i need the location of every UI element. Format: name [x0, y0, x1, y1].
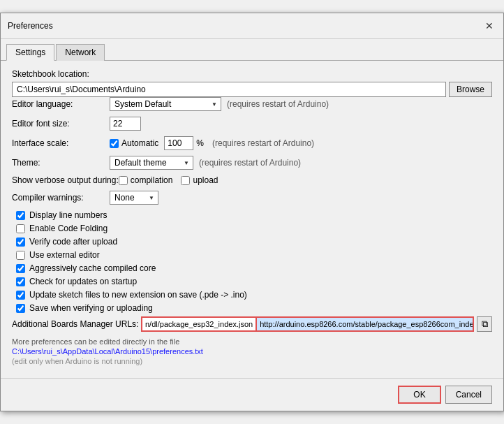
- additional-urls-section: Additional Boards Manager URLs: n/dl/pac…: [12, 316, 492, 332]
- interface-scale-controls: Automatic % (requires restart of Arduino…: [110, 136, 314, 150]
- editor-language-label: Editor language:: [12, 99, 110, 109]
- display-line-numbers-label: Display line numbers: [29, 210, 107, 220]
- window-title: Preferences: [8, 21, 53, 31]
- compiler-warnings-select-wrapper: None Default More All: [110, 191, 158, 205]
- tab-network[interactable]: Network: [56, 44, 105, 61]
- cancel-button[interactable]: Cancel: [445, 386, 492, 404]
- display-line-numbers-checkbox[interactable]: [16, 211, 25, 220]
- sketchbook-label: Sketchbook location:: [12, 69, 492, 79]
- checkboxes-section: Display line numbers Enable Code Folding…: [12, 210, 492, 313]
- aggressively-cache-checkbox[interactable]: [16, 264, 25, 273]
- urls-input-part1[interactable]: n/dl/package_esp32_index.json: [141, 316, 255, 332]
- file-path-note: (edit only when Arduino is not running): [12, 357, 492, 365]
- external-editor-label: Use external editor: [29, 250, 100, 260]
- save-when-verifying-label: Save when verifying or uploading: [29, 303, 153, 313]
- enable-code-folding-label: Enable Code Folding: [29, 224, 108, 233]
- editor-language-select-wrapper: System Default: [110, 97, 221, 111]
- urls-input-part2[interactable]: http://arduino.esp8266.com/stable/packag…: [255, 316, 474, 332]
- checkbox-external-editor: Use external editor: [12, 250, 492, 260]
- check-updates-label: Check for updates on startup: [29, 277, 137, 286]
- percent-label: %: [196, 138, 204, 148]
- compiler-warnings-label: Compiler warnings:: [12, 193, 110, 203]
- settings-content: Sketchbook location: Browse Editor langu…: [1, 61, 503, 374]
- editor-language-hint: (requires restart of Arduino): [227, 99, 329, 109]
- compilation-label: compilation: [131, 175, 173, 185]
- sketchbook-location-section: Sketchbook location: Browse: [12, 69, 492, 97]
- checkbox-update-sketch: Update sketch files to new extension on …: [12, 290, 492, 300]
- additional-urls-label: Additional Boards Manager URLs:: [12, 319, 141, 329]
- verify-code-label: Verify code after upload: [29, 237, 117, 247]
- checkbox-save-when-verifying: Save when verifying or uploading: [12, 303, 492, 313]
- compilation-item: compilation: [119, 175, 173, 185]
- title-bar: Preferences ✕: [1, 13, 503, 39]
- sketchbook-input[interactable]: [12, 82, 446, 97]
- aggressively-cache-label: Aggressively cache compiled core: [29, 263, 156, 273]
- theme-select-wrapper: Default theme: [110, 156, 193, 170]
- upload-item: upload: [181, 175, 218, 185]
- checkbox-enable-code-folding: Enable Code Folding: [12, 224, 492, 233]
- editor-language-row: Editor language: System Default (require…: [12, 97, 492, 111]
- verbose-label: Show verbose output during:: [12, 175, 119, 185]
- file-path-section: More preferences can be edited directly …: [12, 337, 492, 365]
- editor-language-select[interactable]: System Default: [110, 97, 221, 111]
- theme-label: Theme:: [12, 158, 110, 168]
- update-sketch-label: Update sketch files to new extension on …: [29, 290, 247, 300]
- interface-scale-label: Interface scale:: [12, 138, 110, 148]
- scale-input[interactable]: [164, 136, 193, 150]
- editor-font-size-label: Editor font size:: [12, 119, 110, 129]
- interface-scale-row: Interface scale: Automatic % (requires r…: [12, 136, 492, 150]
- automatic-checkbox[interactable]: [110, 139, 119, 148]
- checkbox-check-updates: Check for updates on startup: [12, 277, 492, 286]
- preferences-window: Preferences ✕ Settings Network Sketchboo…: [0, 13, 504, 411]
- compilation-checkbox[interactable]: [119, 176, 128, 185]
- verbose-row: Show verbose output during: compilation …: [12, 175, 492, 185]
- editor-font-size-row: Editor font size:: [12, 117, 492, 131]
- footer: OK Cancel: [1, 378, 503, 411]
- editor-font-size-input[interactable]: [110, 117, 141, 131]
- tabs-bar: Settings Network: [1, 39, 503, 61]
- ok-button[interactable]: OK: [398, 386, 440, 404]
- automatic-label: Automatic: [121, 138, 158, 148]
- save-when-verifying-checkbox[interactable]: [16, 304, 25, 313]
- update-sketch-checkbox[interactable]: [16, 291, 25, 300]
- compiler-warnings-select[interactable]: None Default More All: [110, 191, 158, 205]
- upload-label: upload: [193, 175, 218, 185]
- sketchbook-input-row: Browse: [12, 82, 492, 97]
- close-button[interactable]: ✕: [482, 19, 496, 33]
- browse-button[interactable]: Browse: [449, 82, 492, 97]
- file-path-hint: More preferences can be edited directly …: [12, 337, 492, 346]
- theme-hint: (requires restart of Arduino): [199, 158, 301, 168]
- theme-row: Theme: Default theme (requires restart o…: [12, 156, 492, 170]
- checkbox-verify-code: Verify code after upload: [12, 237, 492, 247]
- verbose-controls: compilation upload: [119, 175, 227, 185]
- tab-settings[interactable]: Settings: [6, 44, 54, 61]
- check-updates-checkbox[interactable]: [16, 277, 25, 286]
- enable-code-folding-checkbox[interactable]: [16, 224, 25, 233]
- file-path-link[interactable]: C:\Users\rui_s\AppData\Local\Arduino15\p…: [12, 347, 492, 356]
- theme-select[interactable]: Default theme: [110, 156, 193, 170]
- checkbox-display-line-numbers: Display line numbers: [12, 210, 492, 220]
- compiler-warnings-row: Compiler warnings: None Default More All: [12, 191, 492, 205]
- external-editor-checkbox[interactable]: [16, 251, 25, 260]
- checkbox-aggressively-cache: Aggressively cache compiled core: [12, 263, 492, 273]
- upload-checkbox[interactable]: [181, 176, 190, 185]
- urls-edit-button[interactable]: ⧉: [477, 316, 492, 332]
- verify-code-checkbox[interactable]: [16, 237, 25, 247]
- interface-scale-hint: (requires restart of Arduino): [212, 138, 314, 148]
